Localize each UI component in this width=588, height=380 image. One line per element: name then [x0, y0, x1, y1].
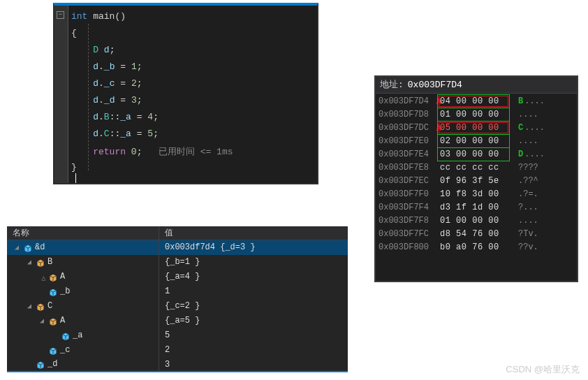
mem-bytes: b0 a0 76 00 — [440, 241, 515, 254]
var-value: 2 — [159, 343, 348, 358]
code-line[interactable]: } — [71, 162, 77, 173]
var-value: 0x003df7d4 {_d=3 } — [159, 240, 348, 255]
var-name: _d — [47, 357, 57, 372]
code-editor[interactable]: − int main(){ D d; d._b = 1; d._c = 2; d… — [53, 3, 318, 184]
expand-icon[interactable] — [52, 328, 59, 342]
field-icon — [61, 332, 70, 340]
mem-ascii: C.... — [515, 122, 574, 135]
code-line[interactable]: d._b = 1; — [71, 61, 142, 72]
watch-row[interactable]: ◢ C {_c=2 } — [7, 299, 348, 314]
expand-icon[interactable] — [40, 284, 47, 298]
expand-icon[interactable]: ◢ — [40, 314, 47, 328]
memory-row[interactable]: 0x003DF7F010 f8 3d 00.?=. — [378, 188, 574, 201]
var-name: A — [60, 314, 65, 328]
var-name: _b — [60, 284, 70, 299]
watch-row[interactable]: ◢ B {_b=1 } — [7, 255, 348, 270]
watermark: CSDN @哈里沃克 — [506, 363, 580, 376]
watch-row[interactable]: _c 2 — [7, 343, 348, 358]
code-line[interactable]: D d; — [71, 45, 115, 55]
mem-addr: 0x003DF7E8 — [378, 161, 440, 175]
expand-icon[interactable]: ◢ — [27, 299, 34, 314]
watch-window[interactable]: 名称 值 ◢ &d 0x003df7d4 {_d=3 } ◢ B {_b=1 }… — [7, 226, 348, 372]
memory-row[interactable]: 0x003DF7F4d3 1f 1d 00?... — [378, 201, 574, 214]
memory-row[interactable]: 0x003DF7F801 00 00 00.... — [378, 214, 574, 228]
memory-row[interactable]: 0x003DF800b0 a0 76 00??v. — [378, 241, 574, 254]
mem-addr: 0x003DF7DCA — [378, 122, 440, 135]
expand-icon[interactable] — [27, 356, 34, 371]
var-name: &d — [35, 240, 45, 255]
mem-ascii: .?=. — [515, 188, 574, 201]
highlight-green — [437, 134, 510, 148]
var-value: {_a=4 } — [159, 270, 348, 284]
mem-ascii: B.... — [515, 95, 574, 108]
var-value: 5 — [159, 328, 348, 343]
var-name: _c — [60, 343, 70, 358]
highlight-green — [437, 108, 510, 122]
var-name: _a — [73, 328, 82, 343]
watch-row[interactable]: ▷ A {_a=4 } — [7, 270, 348, 284]
expand-icon[interactable]: ◢ — [27, 255, 34, 270]
watch-row[interactable]: ◢ &d 0x003df7d4 {_d=3 } — [7, 240, 348, 255]
var-value: 1 — [159, 284, 348, 299]
memory-row[interactable]: 0x003DF7D801 00 00 00.... — [378, 108, 574, 122]
addr-label: 地址: — [376, 77, 404, 93]
code-line[interactable]: d.C::_a = 5; — [71, 129, 159, 139]
mem-bytes: cc cc cc cc — [440, 161, 515, 175]
code-line[interactable]: d.B::_a = 4; — [71, 112, 159, 122]
watch-header: 名称 值 — [7, 226, 348, 240]
fold-icon[interactable]: − — [57, 11, 64, 19]
mem-bytes: 04 00 00 00 — [440, 95, 515, 108]
var-value: {_b=1 } — [159, 255, 348, 270]
watch-row[interactable]: ◢ A {_a=5 } — [7, 314, 348, 328]
field-icon — [36, 360, 45, 369]
watch-row[interactable]: _a 5 — [7, 328, 348, 343]
class-icon — [36, 258, 45, 267]
mem-ascii: .... — [515, 108, 574, 122]
var-name: A — [60, 270, 65, 284]
highlight-green — [437, 147, 510, 161]
class-icon — [36, 302, 45, 311]
code-line[interactable]: d._c = 2; — [71, 78, 142, 89]
col-value[interactable]: 值 — [159, 226, 348, 240]
code-line[interactable]: { — [71, 28, 77, 38]
highlight-red — [439, 96, 508, 107]
mem-ascii: .... — [515, 214, 574, 228]
highlight-green — [437, 94, 510, 108]
memory-window[interactable]: 地址: 0x003DF7D4 0x003DF7D4A04 00 00 00B..… — [374, 75, 578, 282]
mem-addr: 0x003DF7E0 — [378, 135, 440, 148]
col-name[interactable]: 名称 — [7, 226, 159, 240]
tag-class: B — [518, 96, 523, 106]
mem-addr: 0x003DF7F8 — [378, 214, 440, 228]
memory-row[interactable]: 0x003DF7E403 00 00 00D.... — [378, 148, 574, 161]
highlight-red — [439, 122, 508, 133]
expand-icon[interactable]: ▷ — [36, 274, 51, 281]
mem-addr: 0x003DF7D4A — [378, 95, 440, 108]
memory-header: 地址: 0x003DF7D4 — [376, 77, 577, 94]
field-icon — [24, 244, 32, 252]
addr-input[interactable]: 0x003DF7D4 — [404, 77, 577, 93]
code-line[interactable]: int main() — [71, 11, 126, 22]
memory-row[interactable]: 0x003DF7FCd8 54 76 00?Tv. — [378, 228, 574, 241]
mem-bytes: 0f 96 3f 5e — [440, 175, 515, 188]
memory-row[interactable]: 0x003DF7DCA05 00 00 00C.... — [378, 122, 574, 135]
mem-ascii: ?Tv. — [515, 228, 574, 241]
memory-row[interactable]: 0x003DF7E8cc cc cc cc???? — [378, 161, 574, 175]
memory-row[interactable]: 0x003DF7E002 00 00 00.... — [378, 135, 574, 148]
gutter: − — [54, 6, 68, 183]
class-icon — [49, 317, 57, 326]
mem-ascii: D.... — [515, 148, 574, 161]
code-line[interactable]: d._d = 3; — [71, 95, 142, 105]
var-name: C — [47, 299, 52, 314]
expand-icon[interactable] — [40, 342, 47, 357]
watch-row[interactable]: _b 1 — [7, 284, 348, 299]
mem-bytes: 03 00 00 00 — [440, 148, 515, 161]
expand-icon[interactable]: ◢ — [15, 240, 22, 255]
mem-ascii: .??^ — [515, 175, 574, 188]
var-name: B — [47, 255, 52, 270]
memory-row[interactable]: 0x003DF7D4A04 00 00 00B.... — [378, 95, 574, 108]
memory-row[interactable]: 0x003DF7EC0f 96 3f 5e.??^ — [378, 175, 574, 188]
mem-bytes: 01 00 00 00 — [440, 108, 515, 122]
code-line[interactable]: return 0; 已用时间 <= 1ms — [71, 145, 233, 158]
memory-body: 0x003DF7D4A04 00 00 00B....0x003DF7D801 … — [376, 94, 577, 256]
watch-row[interactable]: _d 3 — [7, 358, 348, 372]
